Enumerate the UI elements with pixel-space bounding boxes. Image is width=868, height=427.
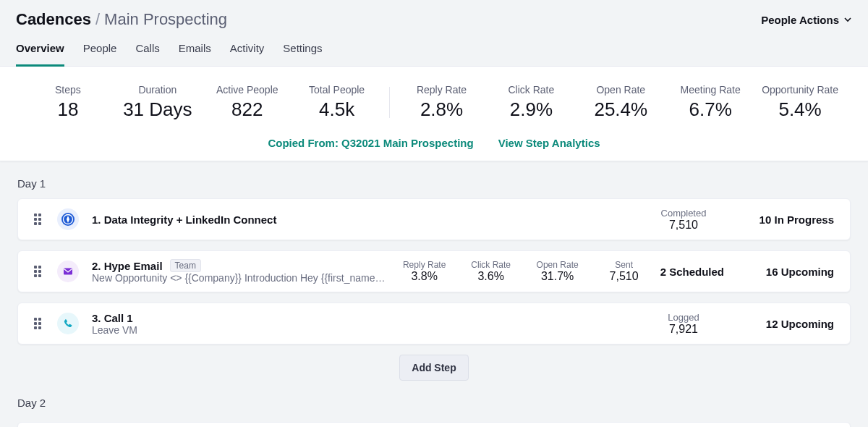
- mail-icon: [57, 261, 79, 282]
- stat-value: 31.7%: [535, 270, 581, 283]
- day-label-2: Day 2: [0, 381, 868, 418]
- stat-value: 18: [23, 98, 113, 121]
- team-badge: Team: [170, 259, 201, 272]
- stat-label: Reply Rate: [401, 260, 448, 270]
- stat-steps: Steps 18: [23, 84, 113, 121]
- step-card-2[interactable]: 2. Hype Email Team New Opportunity <> {{…: [17, 250, 851, 292]
- stat-opportunity-rate: Opportunity Rate 5.4%: [755, 84, 845, 121]
- breadcrumb-root[interactable]: Cadences: [16, 10, 91, 29]
- step-mini-stats: Reply Rate3.8% Click Rate3.6% Open Rate3…: [401, 260, 647, 283]
- stat-label: Click Rate: [486, 84, 576, 96]
- summary-stats-card: Steps 18 Duration 31 Days Active People …: [0, 67, 868, 161]
- stat-duration: Duration 31 Days: [113, 84, 203, 121]
- stat-value: 7,921: [650, 323, 717, 336]
- stat-active-people: Active People 822: [203, 84, 292, 121]
- step-upcoming: 12 Upcoming: [747, 318, 834, 330]
- stat-open-rate: Open Rate 25.4%: [576, 84, 665, 121]
- stat-label: Opportunity Rate: [755, 84, 845, 96]
- step-logged: Logged 7,921: [650, 312, 717, 336]
- tab-emails[interactable]: Emails: [179, 42, 211, 66]
- phone-icon: [57, 313, 79, 334]
- compass-icon: [57, 208, 79, 230]
- add-step-button[interactable]: Add Step: [399, 355, 468, 381]
- stat-value: 31 Days: [113, 98, 203, 121]
- step-card-4[interactable]: 4. Call 2 Logged 10 Upcoming: [17, 422, 851, 427]
- stat-reply-rate: Reply Rate 2.8%: [397, 84, 487, 121]
- stat-value: 4.5k: [292, 98, 382, 121]
- drag-handle-icon[interactable]: [34, 266, 44, 277]
- stat-value: 7,510: [650, 219, 717, 232]
- stat-value: 822: [203, 98, 292, 121]
- tab-settings[interactable]: Settings: [283, 42, 322, 66]
- stat-label: Duration: [113, 84, 203, 96]
- stat-label: Open Rate: [576, 84, 665, 96]
- step-upcoming: 16 Upcoming: [754, 266, 834, 278]
- copied-from-link[interactable]: Copied From: Q32021 Main Prospecting: [268, 137, 473, 149]
- view-step-analytics-link[interactable]: View Step Analytics: [498, 137, 600, 149]
- stat-value: 3.8%: [401, 270, 448, 283]
- tab-overview[interactable]: Overview: [16, 42, 64, 67]
- drag-handle-icon[interactable]: [34, 214, 44, 225]
- step-title: 3. Call 1: [92, 312, 637, 324]
- tab-people[interactable]: People: [83, 42, 117, 66]
- stat-label: Steps: [23, 84, 113, 96]
- stat-label: Click Rate: [468, 260, 514, 270]
- step-subtitle: Leave VM: [92, 324, 468, 336]
- stat-label: Meeting Rate: [665, 84, 755, 96]
- chevron-down-icon: [843, 14, 852, 26]
- step-title: 2. Hype Email: [92, 260, 163, 272]
- stat-meeting-rate: Meeting Rate 6.7%: [665, 84, 755, 121]
- stat-value: 2.9%: [486, 98, 576, 121]
- stat-label: Completed: [650, 208, 717, 219]
- day-label-1: Day 1: [0, 161, 868, 198]
- step-subtitle: New Opportunity <> {{Company}} Introduct…: [92, 272, 388, 284]
- stat-label: Logged: [650, 312, 717, 323]
- stat-total-people: Total People 4.5k: [292, 84, 382, 121]
- step-card-3[interactable]: 3. Call 1 Leave VM Logged 7,921 12 Upcom…: [17, 303, 851, 344]
- stat-value: 2.8%: [397, 98, 487, 121]
- drag-handle-icon[interactable]: [34, 318, 44, 329]
- step-progress: 10 In Progress: [747, 214, 834, 226]
- stat-label: Active People: [203, 84, 292, 96]
- people-actions-label: People Actions: [761, 14, 839, 26]
- breadcrumb-current: Main Prospecting: [104, 10, 227, 29]
- stat-value: 5.4%: [755, 98, 845, 121]
- stat-value: 7,510: [601, 270, 647, 283]
- stats-divider: [389, 87, 390, 118]
- stat-click-rate: Click Rate 2.9%: [486, 84, 576, 121]
- stat-label: Open Rate: [535, 260, 581, 270]
- step-title: 1. Data Integrity + LinkedIn Connect: [92, 214, 637, 226]
- tab-calls[interactable]: Calls: [135, 42, 159, 66]
- tabs: Overview People Calls Emails Activity Se…: [0, 29, 868, 67]
- stat-label: Sent: [601, 260, 647, 270]
- stat-value: 6.7%: [665, 98, 755, 121]
- stat-label: Reply Rate: [397, 84, 487, 96]
- stat-value: 3.6%: [468, 270, 514, 283]
- breadcrumb-separator: /: [95, 10, 100, 29]
- tab-activity[interactable]: Activity: [230, 42, 265, 66]
- breadcrumb: Cadences / Main Prospecting: [16, 10, 227, 29]
- step-card-1[interactable]: 1. Data Integrity + LinkedIn Connect Com…: [17, 198, 851, 240]
- step-completed: Completed 7,510: [650, 208, 717, 232]
- people-actions-menu[interactable]: People Actions: [761, 14, 852, 26]
- stat-value: 25.4%: [576, 98, 665, 121]
- stat-label: Total People: [292, 84, 382, 96]
- step-scheduled: 2 Scheduled: [660, 266, 724, 278]
